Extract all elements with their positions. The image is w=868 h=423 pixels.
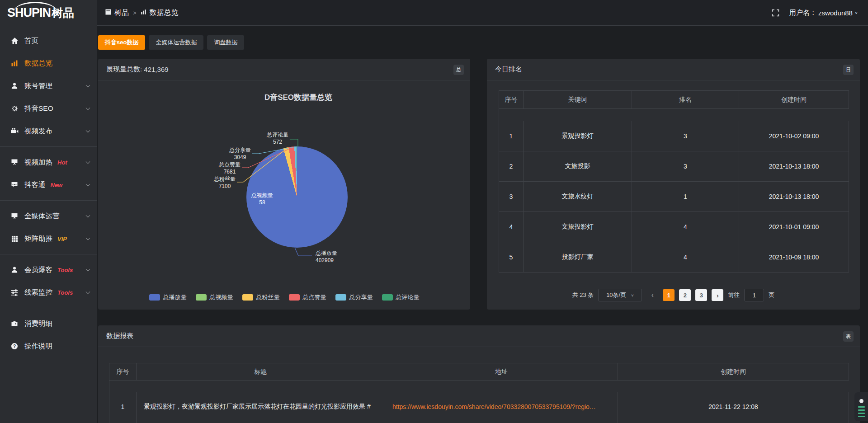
sliders-icon <box>10 289 19 296</box>
table-cell: 2 <box>499 151 524 182</box>
sidebar-divider <box>0 308 97 308</box>
table-cell: 4 <box>499 212 524 242</box>
sidebar-item-label: 数据总览 <box>24 59 52 68</box>
total-badge[interactable]: 总 <box>453 65 464 75</box>
fullscreen-icon[interactable] <box>772 9 779 17</box>
home-icon <box>10 37 19 45</box>
tab-inquiry[interactable]: 询盘数据 <box>207 35 244 50</box>
board-icon <box>10 159 19 166</box>
report-panel-header: 数据报表 表 <box>98 325 860 347</box>
sidebar-item-label: 首页 <box>24 36 38 46</box>
video-camera-icon <box>10 127 19 135</box>
widget-dot <box>859 399 863 403</box>
sidebar-item-member-burst[interactable]: 会员爆客 Tools <box>0 258 97 281</box>
breadcrumb-current[interactable]: 数据总览 <box>141 8 179 18</box>
sidebar-item-account[interactable]: 账号管理 <box>0 75 97 97</box>
sidebar-item-data-overview[interactable]: 数据总览 <box>0 52 97 75</box>
report-panel: 数据报表 表 序号 标题 地址 创建时间 1 景观投影灯，夜游景观投影灯厂家展示… <box>98 325 860 423</box>
tab-media-operation[interactable]: 全媒体运营数据 <box>149 35 203 50</box>
report-url-link[interactable]: https://www.iesdouyin.com/share/video/70… <box>392 403 596 410</box>
page-button-3[interactable]: 3 <box>695 289 707 301</box>
table-cell: 2021-10-09 18:00 <box>739 242 849 273</box>
sidebar: SHUPIN 树品 首页 数据总览 账号管理 抖音SEO 视频发布 <box>0 0 97 423</box>
page-button-1[interactable]: 1 <box>663 289 675 301</box>
user-menu[interactable]: 用户名： zswodun88 ∨ <box>789 9 858 17</box>
floating-service-widget[interactable] <box>854 392 868 421</box>
pie-label-fans: 总粉丝量7100 <box>214 175 236 190</box>
goto-page-input[interactable]: 1 <box>744 289 764 301</box>
sidebar-divider <box>0 200 97 201</box>
report-row-url-cell: https://www.iesdouyin.com/share/video/70… <box>385 392 618 421</box>
legend-item-shares[interactable]: 总分享量 <box>335 293 373 301</box>
ranking-title: 今日排名 <box>495 65 522 74</box>
sidebar-item-label: 操作说明 <box>24 342 52 351</box>
page-button-2[interactable]: 2 <box>679 289 691 301</box>
legend-item-plays[interactable]: 总播放量 <box>149 293 187 301</box>
table-badge[interactable]: 表 <box>843 331 854 342</box>
sidebar-item-lead-monitor[interactable]: 线索监控 Tools <box>0 281 97 304</box>
sidebar-divider <box>0 146 97 147</box>
sidebar-item-media-operation[interactable]: 全媒体运营 <box>0 205 97 227</box>
chevron-down-icon <box>86 106 90 110</box>
data-tabs: 抖音seo数据 全媒体运营数据 询盘数据 <box>98 35 244 50</box>
tools-badge: Tools <box>57 289 73 296</box>
table-cell: 2021-10-13 18:00 <box>739 151 849 182</box>
chevron-down-icon <box>86 182 90 187</box>
overview-panel-header: 展现量总数: 421,369 总 <box>98 59 470 80</box>
sidebar-item-label: 全媒体运营 <box>24 212 60 221</box>
table-cell: 投影灯厂家 <box>524 242 632 273</box>
prev-page-button[interactable]: ‹ <box>646 289 658 301</box>
legend-swatch <box>196 294 207 301</box>
chat-bubble-icon <box>10 181 19 188</box>
sidebar-item-consumption[interactable]: 消费明细 <box>0 312 97 335</box>
new-badge: New <box>51 182 63 188</box>
table-cell: 1 <box>109 392 137 421</box>
legend-swatch <box>242 294 253 301</box>
user-icon <box>10 266 19 273</box>
sidebar-item-home[interactable]: 首页 <box>0 29 97 52</box>
table-cell: 2021-10-13 18:00 <box>739 182 849 212</box>
legend-item-fans[interactable]: 总粉丝量 <box>242 293 280 301</box>
legend-item-comments[interactable]: 总评论量 <box>382 293 420 301</box>
pie-label-connectors <box>98 80 470 310</box>
svg-text:?: ? <box>13 344 16 349</box>
sidebar-divider <box>0 254 97 254</box>
chevron-down-icon <box>86 128 90 133</box>
briefcase-icon <box>10 320 19 327</box>
top-header: 树品 > 数据总览 用户名： zswodun88 ∨ <box>97 0 868 26</box>
pie-label-likes: 总点赞量7681 <box>219 161 241 175</box>
username-value: zswodun88 <box>818 9 853 17</box>
legend-swatch <box>149 294 160 301</box>
legend-swatch <box>289 294 300 301</box>
sidebar-item-label: 消费明细 <box>24 319 52 329</box>
sidebar-item-instructions[interactable]: ? 操作说明 <box>0 335 97 357</box>
next-page-button[interactable]: › <box>712 289 723 301</box>
table-cell: 文旅投影 <box>524 151 632 182</box>
ranking-panel: 今日排名 日 序号 关键词 排名 创建时间 1 景观投影灯 3 2021-10-… <box>487 59 860 310</box>
table-cell: 4 <box>632 212 739 242</box>
ranking-table: 序号 关键词 排名 创建时间 1 景观投影灯 3 2021-10-02 09:0… <box>499 90 849 273</box>
goto-suffix: 页 <box>769 291 774 299</box>
sidebar-item-douyin-seo[interactable]: 抖音SEO <box>0 97 97 120</box>
table-cell <box>109 421 137 423</box>
legend-item-likes[interactable]: 总点赞量 <box>289 293 326 301</box>
sidebar-item-matrix-boost[interactable]: 矩阵助推 VIP <box>0 227 97 250</box>
monitor-icon <box>10 212 19 220</box>
breadcrumb-root[interactable]: 树品 <box>105 8 129 18</box>
table-cell: 2021-10-01 09:00 <box>739 212 849 242</box>
table-cell <box>618 421 849 423</box>
legend-item-videos[interactable]: 总视频量 <box>196 293 233 301</box>
sidebar-item-video-heat[interactable]: 视频加热 Hot <box>0 151 97 174</box>
sidebar-item-label: 视频加热 <box>24 158 52 167</box>
sidebar-item-label: 会员爆客 <box>24 265 52 275</box>
table-cell: 1 <box>632 182 739 212</box>
app-logo[interactable]: SHUPIN 树品 <box>0 0 97 26</box>
sidebar-item-douketong[interactable]: 抖客通 New <box>0 174 97 196</box>
table-cell: 5 <box>499 242 524 273</box>
day-badge[interactable]: 日 <box>843 65 854 75</box>
page-size-select[interactable]: 10条/页 ∨ <box>598 289 642 301</box>
tab-douyin-seo[interactable]: 抖音seo数据 <box>98 35 145 50</box>
header-right: 用户名： zswodun88 ∨ <box>772 9 858 17</box>
chevron-down-icon <box>86 236 90 240</box>
sidebar-item-video-publish[interactable]: 视频发布 <box>0 120 97 142</box>
